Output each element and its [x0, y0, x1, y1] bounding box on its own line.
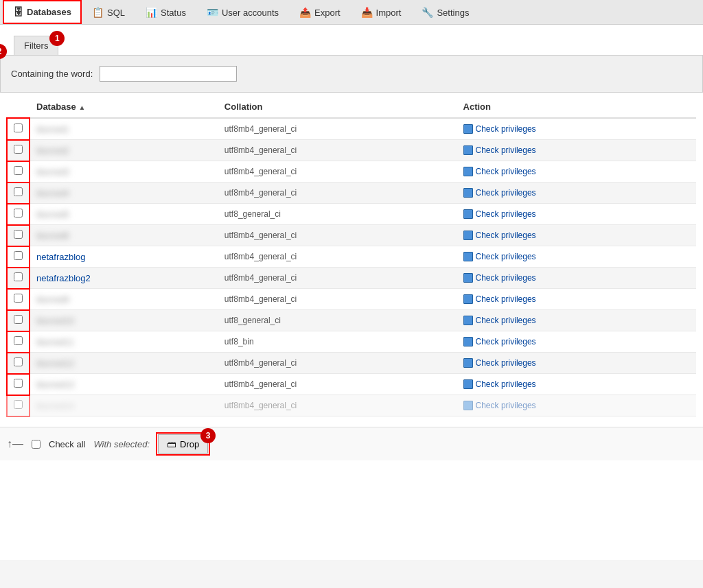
- collation-cell: utf8mb4_general_ci: [218, 225, 457, 246]
- check-privileges-link[interactable]: Check privileges: [476, 231, 536, 240]
- sql-icon: 📋: [92, 7, 104, 18]
- row-checkbox[interactable]: [14, 357, 23, 366]
- row-checkbox-cell: [7, 395, 30, 416]
- tab-user-accounts[interactable]: 🪪 User accounts: [196, 0, 289, 24]
- containing-word-input[interactable]: [100, 66, 237, 82]
- tab-export[interactable]: 📤 Export: [289, 0, 351, 24]
- check-privileges-link[interactable]: Check privileges: [476, 294, 536, 304]
- check-privileges-link[interactable]: Check privileges: [476, 337, 536, 346]
- action-cell: Check privileges: [457, 161, 696, 183]
- tab-import-label: Import: [376, 8, 402, 18]
- db-name[interactable]: blurred12: [36, 358, 74, 368]
- check-privileges-link[interactable]: Check privileges: [476, 252, 536, 261]
- db-name[interactable]: blurred13: [36, 379, 74, 390]
- action-cell: Check privileges: [457, 225, 696, 246]
- row-checkbox-cell: [7, 268, 30, 289]
- check-privileges-link[interactable]: Check privileges: [476, 209, 536, 219]
- action-cell: Check privileges: [457, 118, 696, 140]
- db-name[interactable]: blurred4: [36, 188, 69, 198]
- privilege-icon: [463, 209, 473, 219]
- table-header-row: Database ▲ Collation Action: [7, 96, 696, 118]
- check-all-label[interactable]: Check all: [49, 439, 85, 449]
- row-checkbox[interactable]: [14, 379, 23, 388]
- row-checkbox[interactable]: [14, 336, 23, 345]
- action-cell: Check privileges: [457, 374, 696, 395]
- tab-databases[interactable]: 🗄 Databases: [3, 0, 82, 24]
- sort-arrow-icon: ▲: [78, 104, 85, 111]
- row-checkbox-cell: [7, 118, 30, 140]
- table-row: netafrazblogutf8mb4_general_ciCheck priv…: [7, 246, 696, 268]
- db-name[interactable]: blurred14: [36, 401, 74, 411]
- row-checkbox[interactable]: [14, 209, 23, 217]
- privilege-icon: [463, 273, 473, 283]
- top-navigation: 🗄 Databases 📋 SQL 📊 Status 🪪 User accoun…: [0, 0, 703, 25]
- tab-export-label: Export: [314, 8, 341, 18]
- db-name[interactable]: blurred5: [36, 209, 69, 220]
- row-checkbox[interactable]: [14, 272, 23, 281]
- row-checkbox-cell: [7, 310, 30, 331]
- row-checkbox-cell: [7, 289, 30, 310]
- db-name-cell: blurred10: [30, 310, 218, 331]
- check-privileges-link[interactable]: Check privileges: [476, 167, 536, 176]
- tab-import[interactable]: 📥 Import: [351, 0, 412, 24]
- db-name[interactable]: blurred3: [36, 167, 69, 177]
- check-privileges-link[interactable]: Check privileges: [476, 316, 536, 325]
- table-row: blurred11utf8_binCheck privileges: [7, 331, 696, 353]
- privilege-icon: [463, 294, 473, 304]
- drop-button[interactable]: 🗃 Drop 3: [158, 434, 208, 454]
- tab-sql-label: SQL: [107, 8, 125, 18]
- check-privileges-link[interactable]: Check privileges: [476, 358, 536, 368]
- db-name[interactable]: blurred10: [36, 316, 74, 326]
- tab-settings[interactable]: 🔧 Settings: [411, 0, 479, 24]
- drop-label: Drop: [180, 439, 199, 449]
- table-row: blurred13utf8mb4_general_ciCheck privile…: [7, 374, 696, 395]
- db-name-cell: blurred14: [30, 395, 218, 416]
- row-checkbox[interactable]: [14, 187, 23, 196]
- db-name-cell: blurred13: [30, 374, 218, 395]
- col-database[interactable]: Database ▲: [30, 96, 218, 118]
- action-cell: Check privileges: [457, 395, 696, 416]
- db-name[interactable]: blurred1: [36, 124, 69, 134]
- db-name[interactable]: blurred9: [36, 294, 69, 305]
- check-all-checkbox[interactable]: [32, 440, 41, 449]
- privilege-icon: [463, 145, 473, 155]
- check-privileges-link[interactable]: Check privileges: [476, 188, 536, 198]
- filters-tab[interactable]: Filters 1: [14, 36, 58, 55]
- row-checkbox[interactable]: [14, 124, 23, 132]
- db-name[interactable]: blurred2: [36, 145, 69, 156]
- status-icon: 📊: [146, 7, 157, 18]
- collation-cell: utf8mb4_general_ci: [218, 374, 457, 395]
- db-name-cell: blurred11: [30, 331, 218, 353]
- table-row: blurred14utf8mb4_general_ciCheck privile…: [7, 395, 696, 416]
- check-privileges-link[interactable]: Check privileges: [476, 401, 536, 410]
- privilege-icon: [463, 124, 473, 134]
- db-name[interactable]: netafrazblog2: [36, 273, 91, 283]
- row-checkbox[interactable]: [14, 166, 23, 175]
- check-privileges-link[interactable]: Check privileges: [476, 124, 536, 134]
- filter-row: Containing the word:: [11, 62, 692, 85]
- collation-cell: utf8mb4_general_ci: [218, 140, 457, 161]
- row-checkbox[interactable]: [14, 145, 23, 154]
- row-checkbox[interactable]: [14, 294, 23, 303]
- db-name[interactable]: blurred6: [36, 231, 69, 241]
- action-cell: Check privileges: [457, 289, 696, 310]
- row-checkbox[interactable]: [14, 230, 23, 239]
- action-cell: Check privileges: [457, 204, 696, 225]
- db-name-cell: blurred6: [30, 225, 218, 246]
- check-privileges-link[interactable]: Check privileges: [476, 273, 536, 283]
- db-name[interactable]: netafrazblog: [36, 252, 86, 262]
- row-checkbox[interactable]: [14, 400, 23, 409]
- tab-status[interactable]: 📊 Status: [135, 0, 196, 24]
- db-name[interactable]: blurred11: [36, 337, 74, 347]
- check-privileges-link[interactable]: Check privileges: [476, 379, 536, 389]
- row-checkbox[interactable]: [14, 251, 23, 260]
- filters-tab-label: Filters: [24, 40, 48, 51]
- back-icon[interactable]: ↑—: [7, 438, 23, 450]
- row-checkbox[interactable]: [14, 315, 23, 324]
- tab-settings-label: Settings: [437, 8, 469, 18]
- check-privileges-link[interactable]: Check privileges: [476, 145, 536, 155]
- action-cell: Check privileges: [457, 331, 696, 353]
- collation-cell: utf8mb4_general_ci: [218, 289, 457, 310]
- export-icon: 📤: [299, 7, 311, 18]
- tab-sql[interactable]: 📋 SQL: [82, 0, 135, 24]
